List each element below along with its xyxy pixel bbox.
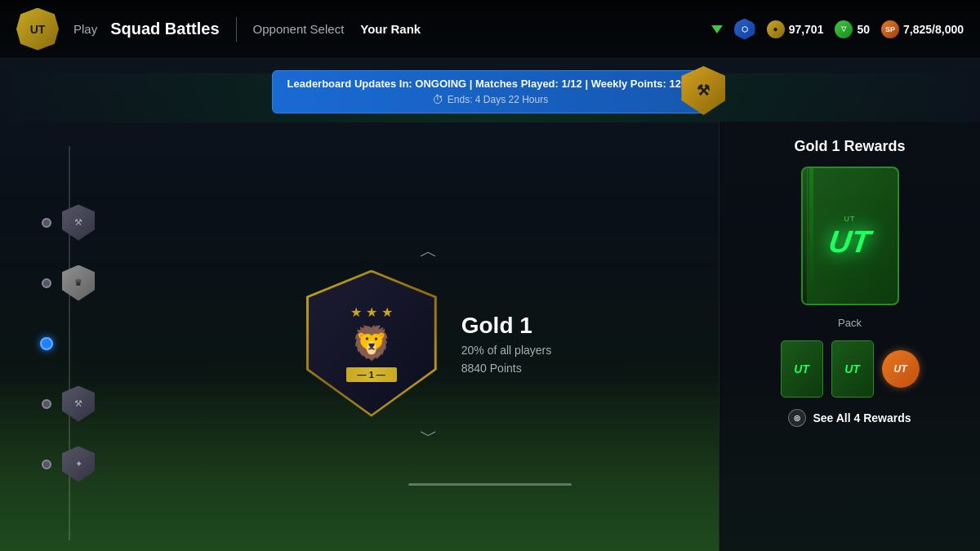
rewards-title: Gold 1 Rewards [736, 138, 964, 155]
banner-subtext: ⏱ Ends: 4 Days 22 Hours [432, 93, 548, 106]
pack-label-top: UT [844, 215, 856, 223]
ut-logo: UT [16, 8, 59, 51]
rank-badge-silver1: ⚒ [60, 385, 97, 423]
leaderboard-banner: Leaderboard Updates In: ONGOING | Matche… [0, 59, 980, 113]
shield-inner: ★ ★ ★ 🦁 — 1 — [309, 273, 434, 415]
shield-lion-icon: 🦁 [351, 327, 392, 359]
shield-banner: — 1 — [346, 367, 397, 382]
green-icon: ▽ [835, 20, 853, 38]
mini-shield-silver1: ⚒ [62, 386, 95, 422]
rank-item-elite: ⚒ [42, 204, 97, 242]
nav-currency: ⬡ ● 97,701 ▽ 50 SP 7,825/8,000 [711, 19, 964, 40]
rewards-small-packs: UT UT UT [736, 340, 964, 398]
currency-sp: SP 7,825/8,000 [881, 20, 964, 38]
coin-value: 97,701 [789, 23, 824, 36]
rewards-main-pack: UT UT [736, 167, 964, 305]
rank-panel: ⚒ ♛ ⚒ ✦ [0, 122, 139, 551]
rank-item-gold1 [40, 325, 99, 362]
star-2: ★ [366, 304, 377, 320]
rank-item-bronze1: ✦ [42, 446, 97, 483]
nav-opponent: Opponent Select [253, 22, 345, 36]
big-shield-container: ★ ★ ★ 🦁 — 1 — [306, 270, 437, 417]
mini-shield-bronze1: ✦ [62, 447, 95, 482]
shield-icon: ⬡ [734, 19, 755, 40]
see-all-icon: ◎ [788, 409, 806, 427]
main-pack-card: UT UT [801, 167, 899, 305]
shield-stars: ★ ★ ★ [350, 304, 393, 320]
star-1: ★ [350, 304, 362, 320]
center-content: ︿ ★ ★ ★ 🦁 — 1 — [139, 122, 719, 551]
rank-badge-gold1 [61, 325, 99, 362]
topnav: UT Play Squad Battles Opponent Select Yo… [0, 0, 980, 59]
rank-badge-gold3: ♛ [60, 264, 97, 302]
rewards-panel: Gold 1 Rewards UT UT Pack UT UT UT ◎ See… [719, 122, 980, 551]
banner-inner: Leaderboard Updates In: ONGOING | Matche… [272, 70, 709, 113]
main-rank-display: ★ ★ ★ 🦁 — 1 — Gold 1 20% of all players … [306, 270, 552, 417]
nav-play: Play [74, 22, 97, 36]
rank-points: 8840 Points [461, 362, 552, 375]
rank-percent: 20% of all players [461, 344, 552, 357]
currency-shield: ⬡ [734, 19, 755, 40]
rank-badge-elite: ⚒ [60, 204, 97, 242]
small-coin: UT [882, 350, 920, 388]
rank-badge-bronze1: ✦ [60, 446, 97, 483]
small-pack-2: UT [831, 340, 874, 398]
chevron-up-button[interactable]: ︿ [420, 239, 438, 264]
rewards-pack-label: Pack [736, 317, 964, 329]
main-content: ⚒ ♛ ⚒ ✦ ︿ [0, 122, 980, 551]
nav-divider [236, 17, 237, 42]
sp-icon: SP [881, 20, 899, 38]
rank-item-silver1: ⚒ [42, 385, 97, 423]
banner-status: Leaderboard Updates In: ONGOING | Matche… [287, 78, 693, 90]
pack-card-inner: UT UT [829, 215, 871, 257]
rank-item-gold3: ♛ [42, 264, 97, 302]
nav-rank[interactable]: Your Rank [360, 22, 421, 36]
filter-icon [711, 25, 723, 33]
mini-shield-gold3: ♛ [62, 265, 95, 301]
rank-info: Gold 1 20% of all players 8840 Points [461, 313, 552, 375]
see-all-rewards-button[interactable]: ◎ See All 4 Rewards [736, 409, 964, 427]
currency-green: ▽ 50 [835, 20, 870, 38]
mini-shield-elite: ⚒ [62, 205, 95, 241]
chevron-down-button[interactable]: ﹀ [420, 424, 438, 448]
pack-stripe [809, 168, 813, 304]
rank-dot-gold1-active [40, 337, 53, 350]
coin-icon: ● [767, 20, 785, 38]
small-pack-1: UT [781, 340, 823, 398]
rank-name: Gold 1 [461, 313, 552, 339]
pack-ut-label: UT [827, 226, 873, 257]
rank-dot-silver1 [42, 399, 51, 409]
nav-title: Squad Battles [110, 20, 219, 38]
rank-dot-elite [42, 218, 51, 228]
rank-dot-bronze1 [42, 460, 51, 469]
see-all-label: See All 4 Rewards [813, 411, 911, 424]
star-3: ★ [381, 304, 393, 320]
rank-dot-gold3 [42, 278, 51, 288]
green-value: 50 [857, 23, 870, 36]
sp-value: 7,825/8,000 [903, 23, 964, 36]
rank-badge-top: ⚒ [681, 66, 725, 115]
big-shield-wrapper: ★ ★ ★ 🦁 — 1 — [306, 270, 437, 417]
currency-coins: ● 97,701 [767, 20, 824, 38]
